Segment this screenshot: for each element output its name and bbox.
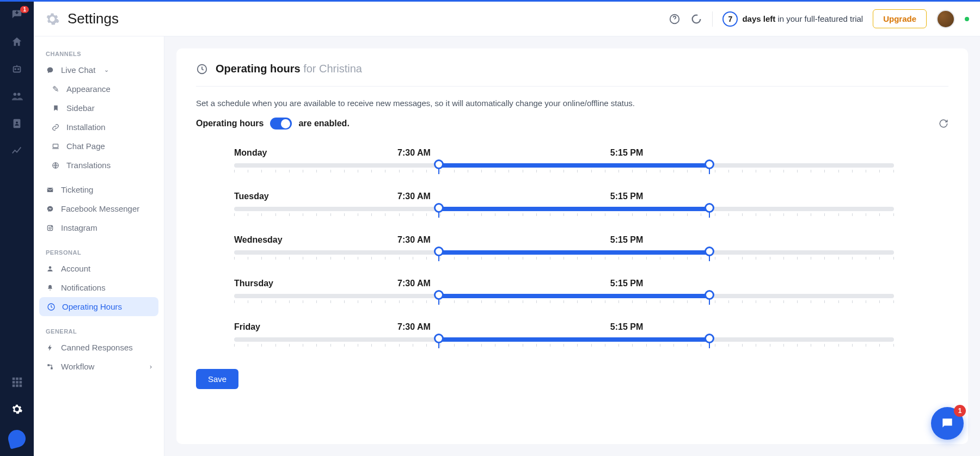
sidebar-item-notifications[interactable]: Notifications bbox=[34, 278, 164, 297]
time-range-slider[interactable] bbox=[234, 163, 894, 168]
slider-handle-end[interactable] bbox=[705, 159, 714, 169]
time-range-slider[interactable] bbox=[234, 294, 894, 298]
svg-rect-10 bbox=[13, 381, 15, 384]
sidebar-item-livechat[interactable]: Live Chat ⌄ bbox=[34, 60, 164, 79]
topbar: Settings 7 days left in your full-featur… bbox=[34, 2, 980, 36]
svg-rect-20 bbox=[47, 187, 53, 192]
svg-point-24 bbox=[49, 266, 52, 269]
time-range-slider[interactable] bbox=[234, 337, 894, 342]
start-time: 7:30 AM bbox=[397, 279, 431, 288]
start-time: 7:30 AM bbox=[397, 235, 431, 245]
pencil-icon: ✎ bbox=[51, 85, 60, 94]
clock-icon bbox=[196, 63, 208, 75]
person-icon bbox=[46, 264, 54, 273]
day-row: Wednesday7:30 AM5:15 PM bbox=[234, 235, 894, 255]
sidebar-item-instagram[interactable]: Instagram bbox=[34, 218, 164, 237]
link-icon bbox=[51, 123, 60, 132]
analytics-icon[interactable] bbox=[10, 144, 23, 157]
sidebar-item-workflow[interactable]: Workflow› bbox=[34, 357, 164, 376]
sidebar-item-installation[interactable]: Installation bbox=[34, 118, 164, 137]
floating-chat-button[interactable]: 1 bbox=[931, 407, 964, 440]
slider-handle-start[interactable] bbox=[434, 247, 444, 256]
help-icon[interactable] bbox=[669, 13, 681, 25]
svg-rect-18 bbox=[53, 144, 58, 147]
time-range-slider[interactable] bbox=[234, 250, 894, 255]
svg-rect-12 bbox=[20, 381, 22, 384]
time-range-slider[interactable] bbox=[234, 207, 894, 211]
chevron-down-icon: ⌄ bbox=[104, 66, 109, 73]
gear-icon bbox=[45, 11, 60, 27]
page-title: Settings bbox=[68, 10, 119, 27]
content-area: Operating hours for Christina Set a sche… bbox=[164, 36, 980, 456]
svg-point-6 bbox=[16, 121, 18, 124]
instagram-icon bbox=[46, 224, 54, 232]
sidebar-item-cannedresponses[interactable]: Canned Responses bbox=[34, 338, 164, 357]
end-time: 5:15 PM bbox=[610, 192, 643, 201]
apps-icon[interactable] bbox=[10, 375, 23, 389]
workflow-icon bbox=[46, 362, 54, 371]
slider-handle-end[interactable] bbox=[705, 247, 714, 256]
sidebar-item-chatpage[interactable]: Chat Page bbox=[34, 137, 164, 156]
sidebar-item-sidebar[interactable]: Sidebar bbox=[34, 98, 164, 118]
avatar[interactable] bbox=[936, 10, 955, 28]
svg-rect-8 bbox=[16, 378, 19, 380]
inbox-badge: 1 bbox=[20, 6, 29, 13]
toggle-row: Operating hours are enabled. bbox=[196, 118, 948, 130]
sidebar-item-fbmessenger[interactable]: Facebook Messenger bbox=[34, 199, 164, 218]
brand-icon[interactable] bbox=[6, 428, 27, 449]
mail-icon bbox=[46, 186, 54, 194]
refresh-icon[interactable] bbox=[939, 119, 948, 128]
sidebar-item-translations[interactable]: Translations bbox=[34, 156, 164, 175]
day-row: Thursday7:30 AM5:15 PM bbox=[234, 279, 894, 298]
globe-icon bbox=[51, 161, 60, 170]
svg-point-17 bbox=[693, 15, 701, 23]
end-time: 5:15 PM bbox=[610, 279, 643, 288]
svg-point-22 bbox=[49, 226, 51, 229]
bot-icon[interactable] bbox=[10, 63, 23, 76]
svg-rect-13 bbox=[13, 385, 15, 387]
trial-days-circle: 7 bbox=[722, 11, 738, 27]
svg-point-4 bbox=[17, 93, 20, 96]
home-icon[interactable] bbox=[10, 35, 23, 48]
chat-icon bbox=[46, 66, 54, 75]
sidebar-item-appearance[interactable]: ✎Appearance bbox=[34, 79, 164, 98]
svg-rect-11 bbox=[16, 381, 19, 384]
slider-handle-start[interactable] bbox=[434, 159, 444, 169]
svg-rect-26 bbox=[47, 364, 50, 366]
svg-point-2 bbox=[18, 69, 19, 70]
svg-rect-7 bbox=[13, 378, 15, 380]
sidebar-item-ticketing[interactable]: Ticketing bbox=[34, 180, 164, 199]
section-personal: PERSONAL bbox=[34, 245, 164, 259]
svg-point-1 bbox=[15, 69, 16, 70]
slider-handle-start[interactable] bbox=[434, 334, 444, 343]
people-icon[interactable] bbox=[10, 90, 23, 103]
progress-icon[interactable] bbox=[690, 13, 702, 25]
laptop-icon bbox=[51, 142, 60, 151]
sidebar-item-operatinghours[interactable]: Operating Hours bbox=[39, 297, 158, 316]
svg-point-23 bbox=[51, 226, 52, 226]
settings-sidebar: CHANNELS Live Chat ⌄ ✎Appearance Sidebar… bbox=[34, 36, 164, 456]
inbox-icon[interactable]: 1 bbox=[10, 8, 23, 21]
sidebar-item-account[interactable]: Account bbox=[34, 259, 164, 278]
separator bbox=[712, 11, 713, 27]
save-button[interactable]: Save bbox=[196, 369, 238, 389]
contacts-icon[interactable] bbox=[10, 117, 23, 130]
slider-handle-start[interactable] bbox=[434, 290, 444, 300]
slider-handle-end[interactable] bbox=[705, 203, 714, 213]
status-indicator bbox=[965, 17, 969, 21]
operating-hours-toggle[interactable] bbox=[270, 118, 292, 130]
upgrade-button[interactable]: Upgrade bbox=[873, 9, 927, 28]
nav-rail: 1 bbox=[0, 2, 34, 456]
settings-icon[interactable] bbox=[10, 403, 23, 416]
trial-info: 7 days left in your full-featured trial bbox=[722, 11, 863, 27]
day-name: Monday bbox=[234, 148, 365, 158]
slider-handle-end[interactable] bbox=[705, 334, 714, 343]
messenger-icon bbox=[46, 205, 54, 213]
schedule-list: Monday7:30 AM5:15 PMTuesday7:30 AM5:15 P… bbox=[196, 148, 948, 342]
card-description: Set a schedule when you are available to… bbox=[196, 98, 948, 108]
day-name: Friday bbox=[234, 322, 365, 332]
day-name: Tuesday bbox=[234, 192, 365, 201]
slider-handle-end[interactable] bbox=[705, 290, 714, 300]
slider-handle-start[interactable] bbox=[434, 203, 444, 213]
start-time: 7:30 AM bbox=[397, 192, 431, 201]
